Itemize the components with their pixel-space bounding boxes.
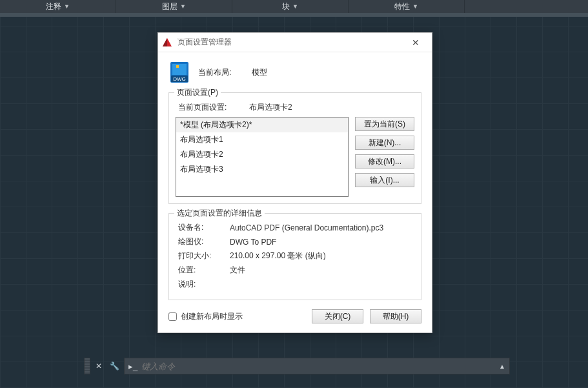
list-item[interactable]: 布局选项卡3: [176, 162, 348, 177]
autocad-app-icon: [162, 37, 172, 48]
ribbon-tabs: 注释 ▼ 图层 ▼ 块 ▼ 特性 ▼: [0, 0, 588, 13]
ribbon-tab-label: 图层: [162, 0, 177, 13]
ribbon-tab-blocks[interactable]: 块 ▼: [232, 0, 349, 13]
new-button[interactable]: 新建(N)...: [355, 136, 414, 150]
command-prompt-icon: ▸_: [128, 362, 137, 371]
drag-handle-icon[interactable]: [84, 358, 90, 374]
svg-marker-1: [163, 38, 167, 46]
list-item[interactable]: *模型 (布局选项卡2)*: [176, 117, 348, 132]
location-value: 文件: [230, 265, 245, 276]
help-button[interactable]: 帮助(H): [370, 309, 421, 323]
dialog-footer: 创建新布局时显示 关闭(C) 帮助(H): [168, 309, 421, 323]
ribbon-tab-properties[interactable]: 特性 ▼: [349, 0, 465, 13]
plotter-value: DWG To PDF: [230, 238, 276, 247]
group-title-page-setups: 页面设置(P): [174, 87, 221, 98]
checkbox-input[interactable]: [168, 312, 177, 321]
ribbon-tab-layers[interactable]: 图层 ▼: [116, 0, 232, 13]
ribbon-tab-label: 特性: [394, 0, 410, 13]
plot-size-label: 打印大小:: [178, 250, 230, 261]
close-button[interactable]: 关闭(C): [312, 309, 363, 323]
close-icon[interactable]: ✕: [405, 34, 427, 51]
location-label: 位置:: [178, 265, 230, 276]
details-group: 选定页面设置的详细信息 设备名: AutoCAD PDF (General Do…: [168, 213, 421, 300]
chevron-down-icon: ▼: [180, 0, 186, 13]
current-layout-row: DWG 当前布局: 模型: [170, 61, 421, 83]
current-layout-value: 模型: [252, 67, 267, 78]
dialog-titlebar[interactable]: 页面设置管理器 ✕: [158, 33, 432, 52]
close-commandline-icon[interactable]: ✕: [94, 362, 103, 371]
ribbon-tab-label: 注释: [46, 0, 61, 13]
import-button[interactable]: 输入(I)...: [355, 173, 414, 187]
chevron-up-icon[interactable]: ▲: [499, 363, 505, 370]
ribbon-strip: [0, 13, 588, 17]
ribbon-tab-label: 块: [282, 0, 290, 13]
chevron-down-icon: ▼: [292, 0, 298, 13]
page-setups-listbox[interactable]: *模型 (布局选项卡2)* 布局选项卡1 布局选项卡2 布局选项卡3: [176, 117, 349, 197]
command-input[interactable]: [141, 362, 491, 371]
current-page-setup-value: 布局选项卡2: [249, 102, 292, 113]
dwg-file-icon: DWG: [170, 61, 189, 83]
dialog-title: 页面设置管理器: [177, 37, 232, 48]
plot-size-value: 210.00 x 297.00 毫米 (纵向): [230, 250, 326, 261]
svg-rect-3: [172, 64, 187, 75]
current-page-setup-label: 当前页面设置:: [178, 102, 249, 113]
checkbox-label: 创建新布局时显示: [181, 311, 243, 322]
description-label: 说明:: [178, 279, 230, 290]
page-setups-group: 页面设置(P) 当前页面设置: 布局选项卡2 *模型 (布局选项卡2)* 布局选…: [168, 92, 421, 204]
svg-rect-4: [176, 65, 179, 68]
chevron-down-icon: ▼: [412, 0, 418, 13]
group-title-details: 选定页面设置的详细信息: [174, 208, 265, 219]
device-name-value: AutoCAD PDF (General Documentation).pc3: [230, 223, 383, 232]
modify-button[interactable]: 修改(M)...: [355, 154, 414, 168]
customize-icon[interactable]: 🔧: [108, 360, 120, 372]
show-on-new-layout-checkbox[interactable]: 创建新布局时显示: [168, 311, 243, 322]
list-item[interactable]: 布局选项卡1: [176, 132, 348, 147]
command-line: ✕ 🔧 ▸_ ▲: [84, 358, 510, 374]
current-layout-label: 当前布局:: [198, 67, 231, 78]
command-input-box[interactable]: ▸_ ▲: [124, 358, 510, 374]
ribbon-tab-annotate[interactable]: 注释 ▼: [0, 0, 116, 13]
device-name-label: 设备名:: [178, 222, 230, 233]
page-setup-manager-dialog: 页面设置管理器 ✕ DWG 当前布局: 模型 页面设置(P) 当前页面设置: 布…: [157, 32, 432, 333]
list-item[interactable]: 布局选项卡2: [176, 147, 348, 162]
plotter-label: 绘图仪:: [178, 236, 230, 247]
set-current-button[interactable]: 置为当前(S): [355, 117, 414, 131]
chevron-down-icon: ▼: [64, 0, 70, 13]
svg-text:DWG: DWG: [173, 76, 186, 82]
